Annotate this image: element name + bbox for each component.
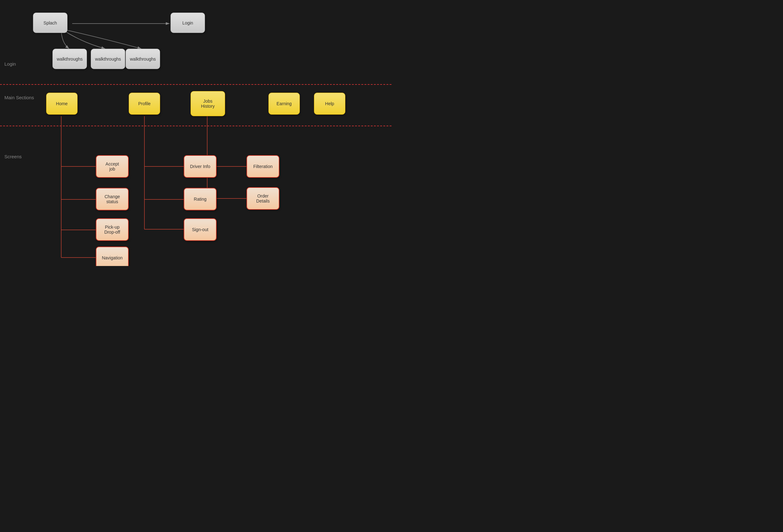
walkthrough1-node: walkthroughs	[53, 49, 87, 69]
main-sections-label: Main Sections	[4, 95, 34, 100]
earning-node: Earning	[269, 93, 300, 115]
login-node: Login	[170, 12, 205, 33]
change-status-node: Change status	[96, 188, 129, 211]
sign-out-node: Sign-out	[184, 218, 217, 241]
driver-info-node: Driver Info	[184, 155, 217, 178]
jobs-history-node: Jobs History	[191, 91, 225, 116]
walkthrough3-node: walkthroughs	[126, 49, 160, 69]
dashed-line-2	[0, 126, 392, 126]
profile-node: Profile	[129, 93, 160, 115]
help-node: Help	[314, 93, 345, 115]
diagram: Login Main Sections Screens Splach Login…	[0, 0, 392, 266]
navigation-node: Navigation	[96, 247, 129, 266]
login-label: Login	[4, 61, 16, 67]
walkthrough2-node: walkthroughs	[91, 49, 125, 69]
pickup-dropoff-node: Pick-up Drop-off	[96, 218, 129, 241]
home-node: Home	[46, 93, 77, 115]
order-details-node: Order Details	[246, 187, 279, 210]
dashed-line-1	[0, 84, 392, 85]
splach-node: Splach	[33, 12, 67, 33]
accept-job-node: Accept job	[96, 155, 129, 178]
rating-node: Rating	[184, 188, 217, 211]
screens-label: Screens	[4, 154, 22, 159]
filteration-node: Filteration	[246, 155, 279, 178]
